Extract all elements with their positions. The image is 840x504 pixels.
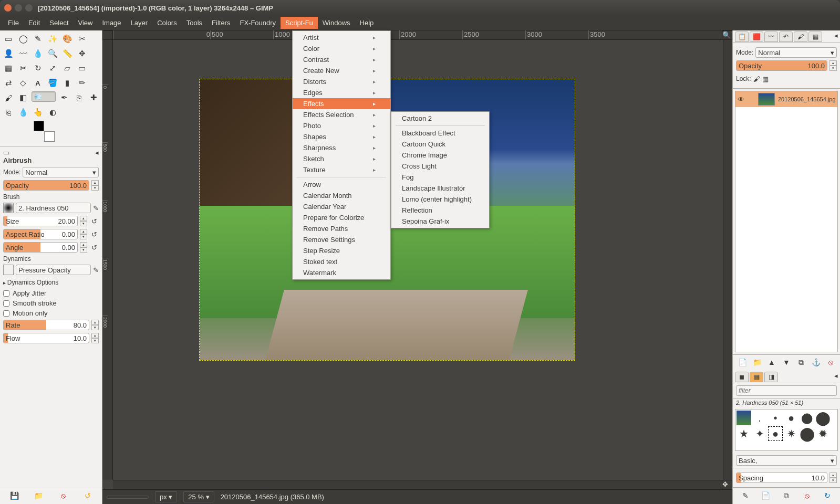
fg-color[interactable] — [34, 121, 44, 131]
mode-select[interactable]: Normal▾ — [23, 167, 99, 177]
reset-preset-icon[interactable]: ↺ — [83, 491, 92, 501]
bg-color[interactable] — [44, 131, 55, 142]
rate-spinner[interactable]: ▴▾ — [91, 320, 99, 330]
mi-effects[interactable]: Effects — [293, 98, 390, 109]
tool-free-select[interactable]: ✎ — [32, 33, 44, 45]
edit-brush-icon[interactable]: ✎ — [741, 491, 750, 501]
mi-prepare-colorize[interactable]: Prepare for Colorize — [293, 212, 390, 223]
tool-airbrush[interactable]: 💨 — [32, 91, 56, 102]
delete-layer-icon[interactable]: ⦸ — [826, 358, 835, 368]
menu-file[interactable]: File — [3, 17, 24, 29]
new-layer-icon[interactable]: 📄 — [738, 358, 747, 368]
mi-blackboard[interactable]: Blackboard Effect — [391, 128, 489, 139]
mi-texture[interactable]: Texture — [293, 164, 390, 175]
tool-measure[interactable]: 📏 — [61, 47, 74, 60]
ruler-horizontal[interactable]: 0 500 1000 1500 2000 2500 3000 3500 — [113, 30, 723, 40]
maximize-button[interactable] — [25, 4, 33, 12]
opacity-spinner[interactable]: ▴▾ — [91, 180, 99, 191]
tool-heal[interactable]: ✚ — [87, 91, 100, 104]
menu-scriptfu[interactable]: Script-Fu — [281, 17, 318, 29]
raise-layer-icon[interactable]: ▲ — [767, 358, 776, 368]
menu-layer[interactable]: Layer — [126, 17, 153, 29]
tabs-menu2-icon[interactable]: ◂ — [834, 372, 838, 382]
angle-slider[interactable]: Angle0.00 — [3, 242, 78, 253]
tool-flip[interactable]: ⇄ — [2, 77, 15, 89]
save-preset-icon[interactable]: 💾 — [9, 491, 19, 501]
refresh-brush-icon[interactable]: ↻ — [823, 491, 832, 501]
menu-windows[interactable]: Windows — [318, 17, 355, 29]
tabs-menu-icon[interactable]: ◂ — [834, 32, 838, 41]
color-swatches[interactable] — [34, 121, 55, 142]
menu-select[interactable]: Select — [45, 17, 73, 29]
tab-paths[interactable]: 〰 — [764, 32, 778, 42]
dynamics-edit-icon[interactable]: ✎ — [93, 266, 99, 274]
tab-gradient[interactable]: ◨ — [764, 372, 778, 382]
size-slider[interactable]: Size20.00 — [3, 216, 78, 226]
aspect-reset-icon[interactable]: ↺ — [89, 230, 99, 238]
mi-create-new[interactable]: Create New — [293, 65, 390, 76]
lower-layer-icon[interactable]: ▼ — [782, 358, 791, 368]
mi-artist[interactable]: Artist — [293, 32, 390, 43]
tool-blur[interactable]: 💧 — [17, 106, 29, 119]
mi-contrast[interactable]: Contrast — [293, 54, 390, 65]
rate-slider[interactable]: Rate80.0 — [3, 320, 89, 330]
menu-image[interactable]: Image — [97, 17, 126, 29]
aspect-spinner[interactable]: ▴▾ — [80, 229, 87, 239]
mi-shapes[interactable]: Shapes — [293, 131, 390, 142]
tool-perspective[interactable]: ▭ — [76, 62, 88, 75]
mi-fog[interactable]: Fog — [391, 172, 489, 183]
tool-foreground[interactable]: 👤 — [2, 47, 15, 60]
menu-tools[interactable]: Tools — [182, 17, 207, 29]
layer-name[interactable]: 20120506_145654.jpg — [778, 96, 836, 102]
tool-color-picker[interactable]: 💧 — [32, 47, 44, 60]
tool-scissors[interactable]: ✂ — [76, 33, 88, 45]
zoom-select[interactable]: 25 % ▾ — [183, 491, 214, 502]
lock-alpha-icon[interactable]: ▦ — [762, 75, 769, 83]
ruler-corner[interactable] — [102, 30, 113, 40]
tool-ellipse-select[interactable]: ◯ — [17, 33, 29, 45]
ruler-vertical[interactable]: 0 500 1000 1500 2000 — [102, 40, 113, 480]
tool-scale[interactable]: ⤢ — [46, 62, 59, 75]
mi-chrome-image[interactable]: Chrome Image — [391, 150, 489, 161]
layer-group-icon[interactable]: 📁 — [752, 358, 762, 368]
tool-clone[interactable]: ⎘ — [72, 91, 85, 104]
motion-only-check[interactable]: Motion only — [3, 309, 99, 317]
layer-row[interactable]: 👁 20120506_145654.jpg — [735, 91, 837, 107]
tab-channels[interactable]: 🟥 — [750, 32, 763, 42]
menu-filters[interactable]: Filters — [207, 17, 235, 29]
tab-undo[interactable]: ↶ — [779, 32, 793, 42]
del-brush-icon[interactable]: ⦸ — [802, 491, 812, 501]
mi-sharpness[interactable]: Sharpness — [293, 142, 390, 153]
angle-spinner[interactable]: ▴▾ — [80, 242, 87, 253]
lock-pixels-icon[interactable]: 🖌 — [753, 75, 760, 83]
scrollbar-horizontal[interactable] — [113, 480, 723, 489]
tool-dodge[interactable]: ◐ — [46, 106, 59, 119]
mi-stoked-text[interactable]: Stoked text — [293, 256, 390, 267]
tool-paintbrush[interactable]: 🖌 — [2, 91, 15, 104]
mi-sepoina[interactable]: Sepoina Graf-ix — [391, 216, 489, 227]
menu-colors[interactable]: Colors — [152, 17, 182, 29]
nav-corner-icon[interactable]: ✥ — [722, 480, 732, 489]
mi-watermark[interactable]: Watermark — [293, 267, 390, 278]
canvas[interactable] — [113, 40, 723, 480]
mi-cross-light[interactable]: Cross Light — [391, 161, 489, 172]
apply-jitter-check[interactable]: Apply Jitter — [3, 289, 99, 297]
tool-by-color[interactable]: 🎨 — [61, 33, 74, 45]
mi-remove-settings[interactable]: Remove Settings — [293, 234, 390, 245]
tab-brushes[interactable]: 🖌 — [794, 32, 807, 42]
tool-zoom[interactable]: 🔍 — [46, 47, 59, 60]
tool-align[interactable]: ▦ — [2, 62, 15, 75]
size-spinner[interactable]: ▴▾ — [80, 216, 87, 226]
visibility-icon[interactable]: 👁 — [737, 96, 744, 103]
brush-preview-icon[interactable] — [3, 203, 14, 213]
preset-select[interactable]: Basic,▾ — [736, 455, 837, 466]
mi-color[interactable]: Color — [293, 43, 390, 54]
mi-remove-paths[interactable]: Remove Paths — [293, 223, 390, 234]
dup-brush-icon[interactable]: ⧉ — [782, 491, 791, 501]
scrollbar-vertical[interactable] — [723, 40, 732, 480]
aspect-slider[interactable]: Aspect Ratio0.00 — [3, 229, 78, 239]
tool-rotate[interactable]: ↻ — [32, 62, 44, 75]
mi-cartoon-quick[interactable]: Cartoon Quick — [391, 139, 489, 150]
menu-help[interactable]: Help — [355, 17, 379, 29]
mi-effects-selection[interactable]: Effects Selection — [293, 109, 390, 120]
